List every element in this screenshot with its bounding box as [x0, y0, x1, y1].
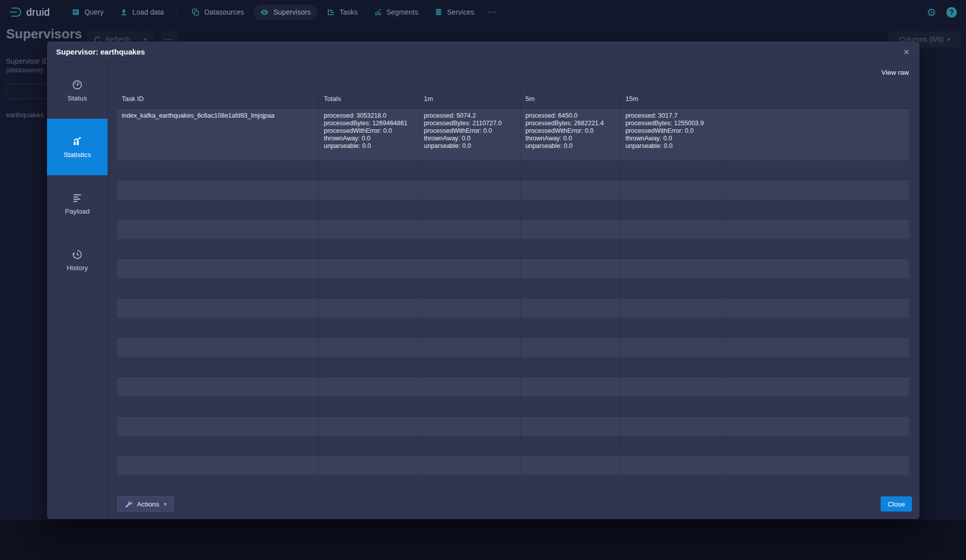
empty-row	[117, 180, 909, 200]
nav-item-supervisors[interactable]: Supervisors	[254, 5, 317, 20]
druid-logo[interactable]: druid	[9, 6, 50, 19]
empty-cell	[319, 377, 419, 396]
empty-row	[117, 397, 909, 417]
empty-cell	[621, 279, 723, 298]
close-button[interactable]: Close	[881, 496, 912, 512]
empty-cell	[319, 259, 419, 278]
empty-row	[117, 456, 909, 476]
column-header-supervisor-id[interactable]: Supervisor ID	[6, 57, 49, 65]
empty-cell	[319, 318, 419, 337]
column-header-5m[interactable]: 5m	[521, 90, 621, 108]
tab-label: History	[67, 264, 88, 272]
table-body: index_kafka_earthquakes_6c6ac108e1afd93_…	[117, 109, 909, 476]
stat-cell	[723, 109, 909, 160]
tab-label: Status	[68, 94, 87, 102]
nav-item-label: Query	[84, 8, 104, 16]
stat-cell: processed: 6450.0processedBytes: 2682221…	[521, 109, 621, 160]
nav-more-menu[interactable]: ⋯	[484, 5, 501, 20]
empty-cell	[117, 318, 319, 337]
nav-item-datasources[interactable]: Datasources	[185, 5, 251, 20]
empty-cell	[521, 259, 621, 278]
nav-right-icons: ⚙ ?	[927, 7, 957, 18]
column-header-blank[interactable]	[723, 90, 909, 108]
top-nav-bar: druid Query Load data Datasources Superv…	[0, 0, 966, 24]
align-left-icon	[72, 192, 83, 203]
empty-cell	[621, 259, 723, 278]
empty-cell	[419, 456, 521, 475]
empty-row	[117, 377, 909, 397]
empty-row	[117, 358, 909, 377]
empty-cell	[723, 338, 909, 357]
history-clock-icon	[72, 249, 83, 260]
empty-row	[117, 259, 909, 279]
empty-cell	[319, 239, 419, 259]
tab-label: Payload	[65, 208, 90, 215]
empty-cell	[621, 161, 723, 180]
column-header-15m[interactable]: 15m	[621, 90, 723, 108]
tab-status[interactable]: Status	[47, 62, 108, 119]
empty-cell	[521, 456, 621, 475]
empty-cell	[521, 279, 621, 298]
empty-cell	[319, 220, 419, 239]
nav-item-label: Tasks	[340, 8, 358, 16]
nav-item-services[interactable]: Services	[428, 5, 481, 20]
dialog-title: Supervisor: earthquakes	[56, 47, 145, 56]
view-raw-link[interactable]: View raw	[881, 69, 909, 76]
nav-item-segments[interactable]: Segments	[367, 5, 425, 20]
tab-payload[interactable]: Payload	[47, 175, 108, 232]
empty-cell	[117, 456, 319, 475]
empty-cell	[117, 279, 319, 298]
empty-cell	[723, 180, 909, 199]
empty-cell	[319, 279, 419, 298]
empty-cell	[117, 397, 319, 416]
help-icon[interactable]: ?	[946, 7, 957, 18]
empty-cell	[319, 161, 419, 180]
nav-divider	[177, 7, 178, 17]
wrench-icon	[124, 500, 132, 508]
empty-cell	[521, 239, 621, 259]
supervisor-row-earthquakes[interactable]: earthquakes	[6, 111, 43, 119]
gear-icon[interactable]: ⚙	[927, 7, 936, 18]
tab-history[interactable]: History	[47, 232, 108, 288]
empty-cell	[117, 358, 319, 377]
empty-cell	[723, 259, 909, 278]
query-icon	[72, 8, 80, 16]
database-icon	[434, 8, 443, 16]
empty-cell	[521, 298, 621, 318]
actions-button[interactable]: Actions ▾	[117, 496, 174, 512]
nav-item-tasks[interactable]: Tasks	[320, 5, 364, 20]
dialog-header: Supervisor: earthquakes	[47, 41, 920, 62]
chevron-down-icon: ▾	[947, 36, 950, 43]
empty-cell	[521, 417, 621, 436]
tab-statistics[interactable]: Statistics	[47, 119, 108, 175]
column-header-task-id[interactable]: Task ID	[117, 90, 319, 108]
empty-cell	[723, 358, 909, 377]
page-bottom-area	[0, 520, 966, 560]
column-header-totals[interactable]: Totals	[319, 90, 419, 108]
close-icon[interactable]: ×	[900, 46, 912, 58]
eye-icon	[260, 8, 269, 17]
empty-cell	[521, 180, 621, 199]
task-id-cell: index_kafka_earthquakes_6c6ac108e1afd93_…	[117, 109, 319, 160]
stat-cell: processed: 5074.2processedBytes: 2110727…	[419, 109, 521, 160]
actions-label: Actions	[137, 500, 159, 508]
empty-cell	[521, 161, 621, 180]
nav-item-query[interactable]: Query	[65, 5, 110, 20]
supervisor-dialog: Supervisor: earthquakes × Status Statist…	[47, 41, 920, 519]
nav-item-load-data[interactable]: Load data	[113, 5, 170, 20]
empty-cell	[117, 436, 319, 455]
column-header-1m[interactable]: 1m	[419, 90, 521, 108]
empty-cell	[621, 298, 723, 318]
task-statistics-table: Task IDTotals1m5m15m index_kafka_earthqu…	[117, 90, 909, 476]
empty-cell	[117, 220, 319, 239]
empty-cell	[419, 436, 521, 455]
empty-cell	[621, 338, 723, 357]
empty-cell	[621, 358, 723, 377]
dialog-footer: Actions ▾ Close	[117, 496, 912, 512]
empty-row	[117, 239, 909, 259]
nav-item-label: Segments	[387, 8, 418, 16]
empty-cell	[723, 161, 909, 180]
empty-cell	[319, 298, 419, 318]
empty-cell	[419, 259, 521, 278]
empty-row	[117, 298, 909, 318]
